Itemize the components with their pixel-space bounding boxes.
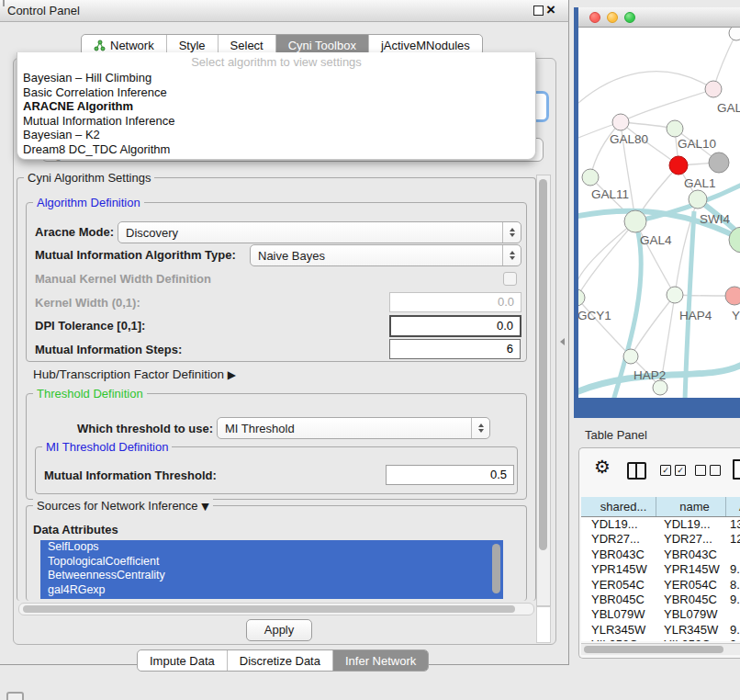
node-gcy1[interactable] bbox=[578, 289, 585, 306]
cell[interactable]: 8. bbox=[726, 578, 740, 593]
cell[interactable]: YDL19... bbox=[656, 517, 726, 532]
dpi-tolerance-field[interactable]: 0.0 bbox=[389, 315, 521, 337]
minimize-window-icon[interactable] bbox=[607, 12, 618, 23]
cell[interactable]: YLR345W bbox=[656, 623, 726, 638]
cell[interactable]: YPR145W bbox=[656, 562, 726, 577]
cell[interactable]: YBR043C bbox=[581, 548, 656, 562]
node-swi4[interactable] bbox=[689, 190, 707, 209]
list-scrollbar-thumb[interactable] bbox=[492, 544, 500, 593]
cell[interactable]: YLR345W bbox=[581, 623, 656, 638]
network-graph[interactable]: GAL GAL80 GAL10 GAL1 GAL11 SWI4 GAL4 GCY… bbox=[578, 28, 740, 398]
algorithm-option[interactable]: Basic Correlation Inference bbox=[17, 85, 535, 100]
sources-title[interactable]: Sources for Network Inference ▼ bbox=[33, 499, 213, 513]
cell[interactable]: 9. bbox=[726, 623, 740, 638]
tab-infer-network[interactable]: Infer Network bbox=[333, 650, 428, 671]
file-icon[interactable] bbox=[733, 459, 740, 480]
node-gal1[interactable] bbox=[669, 156, 688, 175]
cell[interactable]: YBR045C bbox=[581, 593, 656, 607]
algorithm-option[interactable]: Dream8 DC_TDC Algorithm bbox=[17, 142, 535, 157]
table-row[interactable]: YLR345WYLR345W9. bbox=[581, 623, 740, 638]
algorithm-option[interactable]: Mutual Information Inference bbox=[17, 114, 535, 129]
cell[interactable] bbox=[726, 548, 740, 562]
node-gal11[interactable] bbox=[582, 169, 599, 186]
cell[interactable]: YDL19... bbox=[581, 517, 656, 532]
mi-threshold-field[interactable]: 0.5 bbox=[386, 465, 514, 485]
settings-vscrollbar-thumb[interactable] bbox=[539, 179, 547, 550]
node-green-large[interactable] bbox=[729, 227, 740, 253]
mi-steps-field[interactable]: 6 bbox=[389, 339, 521, 359]
node-salmon[interactable] bbox=[725, 287, 740, 305]
settings-hscrollbar-thumb[interactable] bbox=[23, 605, 515, 613]
table-row[interactable]: YDL19...YDL19...13 bbox=[581, 517, 740, 532]
deselect-all-icon[interactable] bbox=[695, 465, 706, 476]
table-hscrollbar[interactable] bbox=[581, 643, 740, 655]
node-partial-top[interactable] bbox=[729, 28, 740, 40]
cell[interactable] bbox=[726, 607, 740, 622]
column-visibility-icon[interactable] bbox=[627, 462, 646, 480]
cell[interactable]: YBR043C bbox=[656, 548, 726, 562]
cell[interactable]: YBL079W bbox=[656, 607, 726, 622]
table-row[interactable]: YBL079WYBL079W bbox=[581, 607, 740, 622]
node-gal10[interactable] bbox=[667, 120, 683, 137]
table-row[interactable]: YBR045CYBR045C9. bbox=[581, 593, 740, 607]
node-gal4[interactable] bbox=[624, 210, 646, 232]
hub-section-label[interactable]: Hub/Transcription Factor Definition ▶ bbox=[33, 367, 236, 381]
floating-panel-icon[interactable] bbox=[6, 692, 24, 700]
float-window-icon[interactable] bbox=[533, 6, 544, 16]
node-gray[interactable] bbox=[709, 152, 729, 173]
cell[interactable]: YPR145W bbox=[581, 562, 656, 577]
zoom-window-icon[interactable] bbox=[624, 12, 635, 23]
expand-right-icon[interactable]: ▶ bbox=[228, 368, 236, 381]
deselect-all-icon[interactable] bbox=[710, 465, 721, 476]
cell[interactable]: YBR045C bbox=[656, 593, 726, 607]
tab-discretize-data[interactable]: Discretize Data bbox=[228, 650, 333, 671]
attribute-item[interactable]: SelfLoops bbox=[40, 540, 503, 555]
cell[interactable]: YDR27... bbox=[581, 532, 656, 547]
which-threshold-combo[interactable]: MI Threshold bbox=[217, 417, 490, 439]
node-partial-bottom[interactable] bbox=[653, 380, 667, 395]
data-attributes-list[interactable]: SelfLoops TopologicalCoefficient Between… bbox=[40, 540, 503, 599]
cell[interactable]: YIL052C bbox=[581, 638, 656, 641]
node-gal80[interactable] bbox=[612, 114, 629, 130]
table-row[interactable]: YDR27...YDR27...12 bbox=[581, 532, 740, 547]
panel-splitter-handle[interactable] bbox=[560, 338, 565, 345]
algorithm-option-selected[interactable]: ARACNE Algorithm bbox=[17, 99, 535, 114]
cell[interactable]: YER054C bbox=[656, 578, 726, 593]
table-row[interactable]: YPR145WYPR145W9. bbox=[581, 562, 740, 577]
network-canvas[interactable]: GAL GAL80 GAL10 GAL1 GAL11 SWI4 GAL4 GCY… bbox=[578, 28, 740, 398]
attribute-item[interactable]: TopologicalCoefficient bbox=[40, 555, 503, 570]
table-row-partial[interactable]: YIL052CYIL052C9 bbox=[581, 638, 740, 641]
attribute-item[interactable]: gal4RGexp bbox=[40, 583, 503, 598]
cell[interactable]: 13 bbox=[726, 517, 740, 532]
cell[interactable]: YDR27... bbox=[656, 532, 726, 547]
control-panel-titlebar[interactable]: Control Panel × bbox=[0, 0, 569, 22]
cell[interactable]: 9. bbox=[726, 562, 740, 577]
table-row[interactable]: YER054CYER054C8. bbox=[581, 578, 740, 593]
attribute-item[interactable]: BetweennessCentrality bbox=[40, 569, 503, 583]
manual-kernel-checkbox[interactable] bbox=[503, 272, 517, 286]
cell[interactable]: YER054C bbox=[581, 578, 656, 593]
table-hscrollbar-thumb[interactable] bbox=[584, 646, 723, 653]
node-gal-partial[interactable] bbox=[705, 81, 722, 97]
close-panel-icon[interactable]: × bbox=[546, 0, 555, 20]
aracne-mode-combo[interactable]: Discovery bbox=[118, 221, 521, 243]
cell[interactable]: 12 bbox=[726, 532, 740, 547]
tab-impute-data[interactable]: Impute Data bbox=[138, 650, 228, 671]
column-header-shared-name[interactable]: shared... bbox=[581, 497, 656, 516]
cell[interactable]: YIL052C bbox=[656, 638, 726, 641]
column-header-name[interactable]: name bbox=[656, 497, 726, 516]
cell[interactable]: 9. bbox=[726, 593, 740, 607]
mi-algorithm-type-combo[interactable]: Naive Bayes bbox=[250, 244, 521, 266]
column-header-partial[interactable]: A bbox=[726, 497, 740, 516]
cell[interactable]: 9 bbox=[726, 638, 740, 641]
kernel-width-field[interactable]: 0.0 bbox=[389, 292, 521, 312]
close-window-icon[interactable] bbox=[589, 12, 600, 23]
node-hap2[interactable] bbox=[623, 349, 638, 364]
algorithm-option[interactable]: Bayesian – K2 bbox=[17, 128, 535, 142]
network-window-titlebar[interactable] bbox=[578, 7, 740, 28]
gear-icon[interactable]: ⚙ bbox=[594, 456, 611, 478]
collapse-down-icon[interactable]: ▼ bbox=[201, 501, 208, 513]
settings-vscrollbar[interactable] bbox=[536, 175, 551, 606]
cell[interactable]: YBL079W bbox=[581, 607, 656, 622]
node-hap4[interactable] bbox=[667, 287, 683, 303]
